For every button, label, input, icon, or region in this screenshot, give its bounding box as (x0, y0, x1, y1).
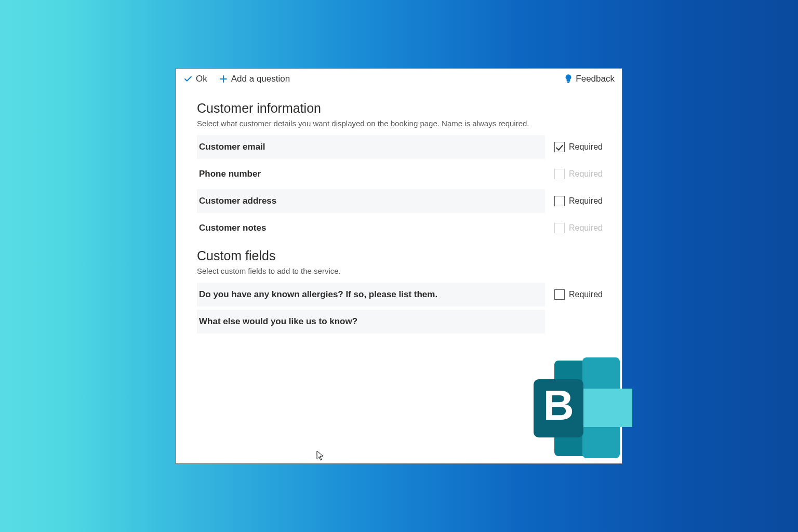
field-customer-notes[interactable]: Customer notes (197, 216, 545, 240)
add-question-button[interactable]: Add a question (219, 74, 290, 84)
field-customer-address[interactable]: Customer address (197, 189, 545, 213)
svg-rect-0 (567, 82, 569, 83)
field-row-customer-notes: Customer notes Required (197, 216, 613, 240)
required-label: Required (569, 142, 603, 152)
plus-icon (219, 74, 228, 84)
svg-text:B: B (543, 381, 574, 429)
toolbar: Ok Add a question Feedback (176, 69, 622, 90)
lightbulb-icon (564, 74, 573, 84)
field-row-what-else: What else would you like us to know? (197, 310, 613, 334)
section-title: Custom fields (197, 248, 613, 263)
field-row-allergies: Do you have any known allergies? If so, … (197, 283, 613, 307)
checkbox-icon (554, 169, 565, 179)
section-subtitle: Select custom fields to add to the servi… (197, 267, 613, 275)
required-label: Required (569, 290, 603, 299)
required-toggle[interactable]: Required (554, 196, 603, 206)
feedback-label: Feedback (576, 74, 615, 84)
svg-rect-2 (582, 357, 620, 458)
required-toggle[interactable]: Required (554, 142, 603, 152)
checkbox-icon (554, 142, 565, 152)
svg-rect-3 (582, 389, 632, 427)
section-subtitle: Select what customer details you want di… (197, 119, 613, 128)
field-allergies[interactable]: Do you have any known allergies? If so, … (197, 283, 545, 307)
field-row-customer-address: Customer address Required (197, 189, 613, 213)
required-label: Required (569, 196, 603, 206)
field-customer-email[interactable]: Customer email (197, 135, 545, 159)
ok-button[interactable]: Ok (183, 74, 207, 84)
field-row-phone-number: Phone number Required (197, 162, 613, 186)
required-toggle[interactable]: Required (554, 289, 603, 300)
required-toggle: Required (554, 169, 603, 179)
checkbox-icon (554, 289, 565, 300)
customer-information-section: Customer information Select what custome… (197, 101, 613, 240)
section-title: Customer information (197, 101, 613, 116)
field-phone-number[interactable]: Phone number (197, 162, 545, 186)
field-what-else[interactable]: What else would you like us to know? (197, 310, 545, 334)
ok-label: Ok (196, 74, 207, 84)
svg-rect-4 (534, 379, 583, 437)
settings-panel: Ok Add a question Feedback Customer info… (176, 68, 622, 464)
svg-rect-1 (554, 361, 592, 456)
check-icon (183, 74, 193, 84)
field-row-customer-email: Customer email Required (197, 135, 613, 159)
checkbox-icon (554, 223, 565, 233)
required-label: Required (569, 223, 603, 233)
custom-fields-section: Custom fields Select custom fields to ad… (197, 248, 613, 334)
required-label: Required (569, 169, 603, 179)
required-toggle: Required (554, 223, 603, 233)
add-question-label: Add a question (231, 74, 290, 84)
feedback-button[interactable]: Feedback (564, 74, 615, 84)
checkbox-icon (554, 196, 565, 206)
bookings-logo-icon: B (518, 357, 632, 461)
content-area: Customer information Select what custome… (176, 90, 622, 334)
mouse-cursor-icon (316, 450, 324, 461)
